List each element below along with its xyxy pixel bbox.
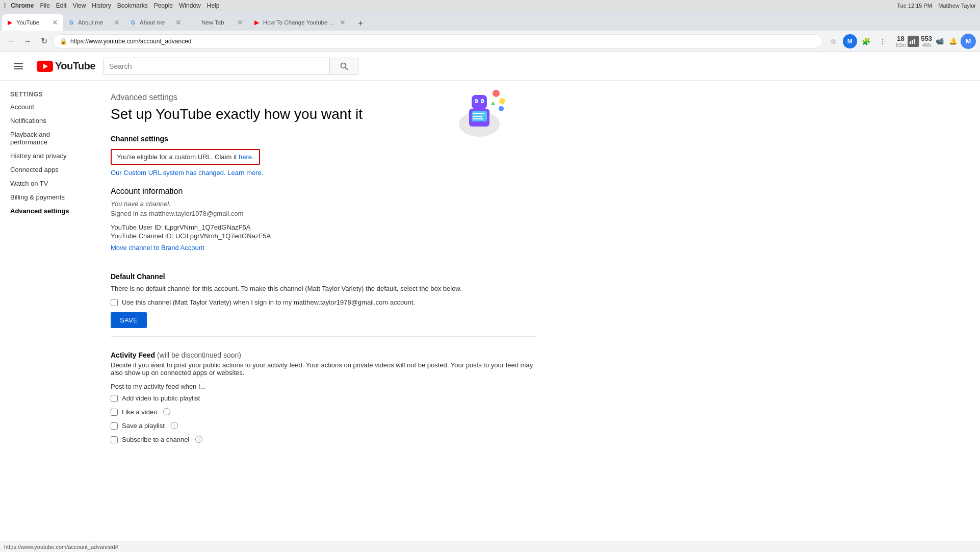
user-profile-chrome-button[interactable]: M <box>843 34 857 48</box>
settings-label: SETTINGS <box>0 87 94 100</box>
custom-url-text: You're eligible for a custom URL. Claim … <box>117 153 239 161</box>
yt-search-button[interactable] <box>330 58 358 75</box>
custom-url-change-link[interactable]: Our Custom URL system has changed. Learn… <box>111 169 263 177</box>
history-menu[interactable]: History <box>92 2 111 9</box>
save-playlist-checkbox-row: Save a playlist i <box>111 422 537 430</box>
tab-about2-close[interactable]: ✕ <box>174 18 183 27</box>
activity-feed-desc: Decide if you want to post your public a… <box>111 361 537 377</box>
file-menu[interactable]: File <box>40 2 49 9</box>
browser-frame: ▶ YouTube ✕ G About me ✕ G About me ✕ Ne… <box>0 11 980 552</box>
tab-about1-close[interactable]: ✕ <box>113 18 121 27</box>
sidebar-item-account[interactable]: Account <box>0 100 94 114</box>
yt-stats-icon[interactable] <box>908 36 919 47</box>
status-bar: https://www.youtube.com/account_advanced… <box>0 541 980 552</box>
yt-sidebar: SETTINGS Account Notifications Playback … <box>0 81 94 541</box>
sidebar-item-advanced[interactable]: Advanced settings <box>0 204 94 218</box>
divider-2 <box>111 336 537 337</box>
save-button[interactable]: SAVE <box>111 312 147 328</box>
nav-right-actions: ☆ M 🧩 ⋮ 18 60m <box>827 34 976 49</box>
add-video-checkbox[interactable] <box>111 395 118 402</box>
yt-layout: SETTINGS Account Notifications Playback … <box>0 81 980 541</box>
tab-howto-close[interactable]: ✕ <box>339 18 347 27</box>
chrome-menu[interactable]: Chrome <box>11 2 34 9</box>
sidebar-billing-label: Billing & payments <box>10 193 65 201</box>
sidebar-item-connected[interactable]: Connected apps <box>0 163 94 177</box>
post-activity-label: Post to my activity feed when I... <box>111 383 537 390</box>
move-channel-container: Move channel to Brand Account <box>111 244 537 252</box>
like-video-label: Like a video <box>122 408 157 416</box>
macos-bar:  Chrome File Edit View History Bookmark… <box>0 0 980 11</box>
channel-id-value: UCiLpgrVNmh_1Q7edGNazF5A <box>175 232 271 240</box>
tab-howto-favicon: ▶ <box>253 19 260 26</box>
tab-youtube[interactable]: ▶ YouTube ✕ <box>2 14 63 31</box>
yt-logo[interactable]: YouTube <box>37 60 95 72</box>
bookmarks-menu[interactable]: Bookmarks <box>117 2 148 9</box>
svg-point-24 <box>499 106 504 111</box>
macos-menus: Chrome File Edit View History Bookmarks … <box>11 2 219 9</box>
forward-button[interactable]: → <box>20 34 35 48</box>
sidebar-item-billing[interactable]: Billing & payments <box>0 190 94 204</box>
view-menu[interactable]: View <box>73 2 86 9</box>
camera-icon-btn[interactable]: 📹 <box>934 36 945 47</box>
account-channel-id: YouTube Channel ID: UCiLpgrVNmh_1Q7edGNa… <box>111 232 537 240</box>
yt-video-count: 18 <box>897 35 904 42</box>
tab-newtab-close[interactable]: ✕ <box>236 18 244 27</box>
hamburger-menu-button[interactable] <box>8 56 29 77</box>
svg-point-20 <box>481 100 483 102</box>
more-menu-button[interactable]: ⋮ <box>875 34 890 48</box>
sidebar-item-playback[interactable]: Playback and performance <box>0 128 94 149</box>
like-video-info-icon[interactable]: i <box>163 408 170 415</box>
subscribe-checkbox-row: Subscribe to a channel i <box>111 436 537 443</box>
tab-youtube-favicon: ▶ <box>6 19 13 26</box>
default-channel-checkbox[interactable] <box>111 299 118 306</box>
add-video-label: Add video to public playlist <box>122 394 200 402</box>
tab-howto[interactable]: ▶ How To Change Youtube Chan… ✕ <box>249 14 351 31</box>
save-playlist-checkbox[interactable] <box>111 422 118 430</box>
sidebar-item-watch[interactable]: Watch on TV <box>0 177 94 190</box>
sidebar-item-history[interactable]: History and privacy <box>0 149 94 163</box>
yt-stats-area: 18 60m 553 48h 📹 🔔 M <box>896 34 976 49</box>
sidebar-notifications-label: Notifications <box>10 117 46 124</box>
svg-point-21 <box>493 90 500 97</box>
like-video-checkbox[interactable] <box>111 409 118 416</box>
tab-youtube-close[interactable]: ✕ <box>51 18 59 27</box>
username-display: Matthew Taylor <box>938 3 976 9</box>
tab-about1-favicon: G <box>68 19 75 26</box>
custom-url-box: You're eligible for a custom URL. Claim … <box>111 149 260 165</box>
back-button[interactable]: ← <box>4 34 18 48</box>
bookmark-button[interactable]: ☆ <box>827 34 841 48</box>
yt-header-avatar[interactable]: M <box>961 34 976 49</box>
tab-about1[interactable]: G About me ✕ <box>64 14 125 31</box>
add-video-checkbox-row: Add video to public playlist <box>111 394 537 402</box>
account-ids-section: YouTube User ID: iLpgrVNmh_1Q7edGNazF5A … <box>111 223 537 240</box>
edit-menu[interactable]: Edit <box>56 2 67 9</box>
yt-search-input[interactable] <box>104 58 330 75</box>
tab-newtab[interactable]: New Tab ✕ <box>187 14 248 31</box>
apple-menu-icon[interactable]:  <box>4 2 7 10</box>
extensions-button[interactable]: 🧩 <box>859 34 873 48</box>
svg-rect-1 <box>912 40 913 44</box>
yt-app-scroll: YouTube SETTINGS Account <box>0 52 980 541</box>
people-menu[interactable]: People <box>154 2 173 9</box>
help-menu[interactable]: Help <box>207 2 220 9</box>
address-bar[interactable]: 🔒 https://www.youtube.com/account_advanc… <box>53 34 822 48</box>
subscribe-checkbox[interactable] <box>111 436 118 443</box>
window-menu[interactable]: Window <box>179 2 201 9</box>
new-tab-button[interactable]: + <box>353 16 368 31</box>
bell-icon-btn[interactable]: 🔔 <box>947 36 959 47</box>
macos-status-bar: Tue 12:15 PM Matthew Taylor <box>897 3 976 9</box>
move-channel-link[interactable]: Move channel to Brand Account <box>111 244 204 252</box>
reload-button[interactable]: ↻ <box>37 34 51 48</box>
tab-about2[interactable]: G About me ✕ <box>125 14 187 31</box>
tab-about1-title: About me <box>78 19 110 26</box>
custom-url-here-link[interactable]: here <box>239 153 252 161</box>
user-id-label: YouTube User ID: <box>111 223 165 231</box>
address-text: https://www.youtube.com/account_advanced <box>70 38 816 45</box>
sidebar-connected-label: Connected apps <box>10 166 59 173</box>
tab-howto-title: How To Change Youtube Chan… <box>263 19 336 26</box>
hamburger-icon <box>14 63 23 69</box>
like-video-checkbox-row: Like a video i <box>111 408 537 416</box>
save-playlist-info-icon[interactable]: i <box>171 422 178 429</box>
subscribe-info-icon[interactable]: i <box>195 436 202 443</box>
sidebar-item-notifications[interactable]: Notifications <box>0 114 94 128</box>
